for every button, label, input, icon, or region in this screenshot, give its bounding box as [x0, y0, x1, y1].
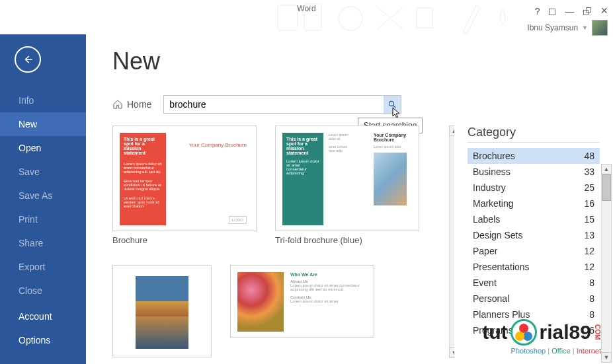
- svg-rect-3: [417, 8, 432, 28]
- sidebar-item-close[interactable]: Close: [0, 279, 86, 303]
- template-name: Brochure: [112, 235, 257, 245]
- sidebar-item-open[interactable]: Open: [0, 136, 86, 160]
- category-item[interactable]: Business33: [468, 164, 600, 180]
- category-item[interactable]: Marketing16: [468, 196, 600, 211]
- sidebar-item-save-as[interactable]: Save As: [0, 184, 86, 207]
- page-title: New: [112, 48, 613, 75]
- category-item[interactable]: Presentations12: [468, 259, 600, 275]
- close-icon[interactable]: ×: [600, 4, 608, 18]
- minimize-icon[interactable]: —: [565, 6, 574, 17]
- titlebar: Word ? — × Ibnu Syamsun ▼: [0, 0, 613, 34]
- scroll-down-icon[interactable]: ▼: [601, 352, 612, 363]
- category-item[interactable]: Design Sets13: [468, 227, 600, 243]
- category-item[interactable]: Labels15: [468, 211, 600, 227]
- category-scrollbar[interactable]: ▲ ▼: [601, 164, 612, 363]
- sidebar-item-save[interactable]: Save: [0, 160, 86, 184]
- sidebar-item-share[interactable]: Share: [0, 231, 86, 255]
- category-panel: Category Brochures48 Business33 Industry…: [468, 126, 613, 358]
- scroll-up-icon[interactable]: ▲: [601, 164, 612, 174]
- help-icon[interactable]: ?: [535, 6, 540, 17]
- search-button[interactable]: [384, 96, 401, 113]
- sidebar-item-new[interactable]: New: [0, 112, 86, 136]
- category-item[interactable]: Industry25: [468, 180, 600, 196]
- templates-scrollbar[interactable]: ▲ ▼: [449, 126, 454, 358]
- scroll-down-icon[interactable]: ▼: [449, 347, 454, 358]
- back-button[interactable]: [15, 46, 41, 73]
- scroll-up-icon[interactable]: ▲: [449, 126, 454, 136]
- avatar[interactable]: [592, 20, 608, 36]
- category-list: Brochures48 Business33 Industry25 Market…: [468, 148, 600, 338]
- template-card[interactable]: Who We Are About UsLorem ipsum dolor sit…: [230, 265, 374, 357]
- search-icon: [388, 100, 397, 109]
- home-icon: [112, 99, 123, 110]
- sidebar-item-export[interactable]: Export: [0, 255, 86, 279]
- category-item[interactable]: Brochures48: [468, 148, 600, 164]
- category-header: Category: [468, 126, 600, 143]
- sidebar: Info New Open Save Save As Print Share E…: [0, 34, 86, 364]
- scroll-thumb[interactable]: [602, 174, 611, 201]
- templates-grid: This is a great spot for a mission state…: [112, 126, 454, 358]
- sidebar-item-info[interactable]: Info: [0, 89, 86, 112]
- main-area: New Home Start searching This: [86, 34, 613, 364]
- category-item[interactable]: Event8: [468, 275, 600, 291]
- search-input[interactable]: [163, 95, 401, 114]
- breadcrumb-home[interactable]: Home: [112, 99, 151, 110]
- sidebar-item-options[interactable]: Options: [0, 328, 86, 352]
- category-item[interactable]: Personal8: [468, 291, 600, 307]
- user-area[interactable]: Ibnu Syamsun ▼: [527, 20, 608, 36]
- svg-point-4: [389, 101, 394, 106]
- template-card[interactable]: This is a great spot for a mission state…: [112, 126, 257, 245]
- category-item[interactable]: Paper12: [468, 243, 600, 259]
- user-name: Ibnu Syamsun: [527, 23, 578, 32]
- template-card[interactable]: This is a great spot for a mission state…: [275, 126, 419, 245]
- user-dropdown-icon[interactable]: ▼: [582, 24, 588, 31]
- svg-rect-0: [278, 5, 298, 30]
- category-item[interactable]: Programs6: [468, 322, 600, 338]
- category-item[interactable]: Planners Plus8: [468, 307, 600, 322]
- sidebar-item-print[interactable]: Print: [0, 207, 86, 231]
- breadcrumb-label: Home: [127, 99, 151, 110]
- template-card[interactable]: [112, 265, 212, 357]
- restore-icon[interactable]: [583, 7, 591, 15]
- template-name: Tri-fold brochure (blue): [275, 235, 419, 245]
- svg-point-2: [339, 7, 362, 30]
- app-title: Word: [297, 4, 315, 13]
- sidebar-item-account[interactable]: Account: [0, 305, 86, 328]
- fullscreen-icon[interactable]: [549, 9, 555, 15]
